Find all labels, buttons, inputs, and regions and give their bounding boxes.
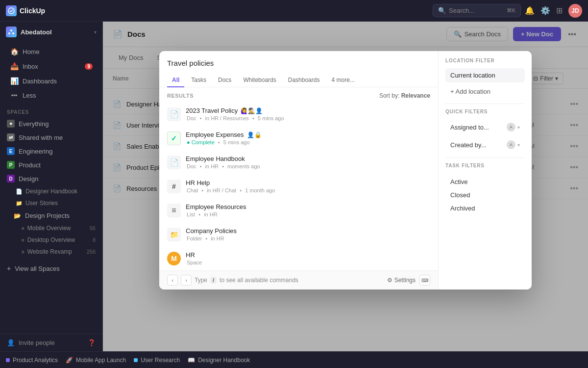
topbar: ClickUp 🔍 Search... ⌘K 🔔 ⚙️ ⊞ JD (0, 0, 588, 22)
filter-divider (445, 104, 525, 104)
filter-closed[interactable]: Closed (450, 188, 520, 202)
sidebar-item-less[interactable]: ••• Less (3, 88, 99, 103)
design-projects-icon: 📂 (14, 212, 21, 219)
bottom-item-user-research[interactable]: User Research (134, 357, 180, 364)
view-all-spaces[interactable]: + View all Spaces (0, 262, 102, 275)
modal-search-area (159, 51, 438, 68)
sidebar-item-product[interactable]: P Product (0, 158, 102, 172)
add-location-option[interactable]: + Add location (445, 84, 525, 99)
current-location-option[interactable]: Current location (445, 68, 525, 82)
result-item[interactable]: 📄 2023 Travel Policy 🙋‍♀️🕵️‍♂️👤 Doc • (159, 102, 438, 126)
result-doc-icon: 📄 (167, 107, 181, 121)
sidebar-item-everything[interactable]: ✦ Everything (0, 117, 102, 131)
filter-archived[interactable]: Archived (450, 202, 520, 215)
result-meta: Folder • in HR (186, 236, 430, 241)
bottom-item-mobile-launch[interactable]: 🚀 Mobile App Launch (66, 357, 126, 364)
engineering-dot: E (7, 147, 15, 155)
result-info: Employee Expenses 👤🔒 ● Complete • 5 mins… (186, 131, 430, 145)
modal-tab-whiteboards[interactable]: Whiteboards (238, 74, 281, 87)
svg-point-3 (12, 32, 14, 34)
list-icon-small: ≡ (22, 226, 24, 231)
modal-tab-docs[interactable]: Docs (213, 74, 236, 87)
workspace-icon (6, 26, 17, 37)
modal-tab-tasks[interactable]: Tasks (186, 74, 211, 87)
modal-tab-dashboards[interactable]: Dashboards (283, 74, 325, 87)
list-icon-small2: ≡ (22, 237, 24, 243)
sidebar-item-shared[interactable]: ⇌ Shared with me (0, 131, 102, 144)
result-title: Company Policies (186, 227, 430, 235)
modal-prev-button[interactable]: ‹ (167, 275, 178, 286)
keyboard-icon[interactable]: ⌨ (419, 275, 430, 286)
global-search[interactable]: 🔍 Search... ⌘K (433, 4, 521, 17)
modal-tab-all[interactable]: All (167, 74, 184, 87)
result-task-icon: ✓ (167, 131, 181, 145)
help-icon[interactable]: ❓ (88, 339, 96, 346)
design-dot: D (7, 175, 15, 183)
bell-icon[interactable]: 🔔 (525, 6, 535, 15)
result-meta: List • in HR (186, 211, 430, 217)
view-all-label: View all Spaces (15, 265, 60, 272)
modal-settings-button[interactable]: ⚙ Settings (387, 277, 416, 284)
assigned-to-filter[interactable]: Assigned to... A ▾ (445, 119, 525, 135)
modal-tab-more[interactable]: 4 more... (326, 74, 359, 87)
sidebar-item-dashboards[interactable]: 📊 Dashboards (3, 74, 99, 88)
filter-active[interactable]: Active (450, 175, 520, 188)
result-item[interactable]: M HR Space (159, 246, 438, 270)
sidebar-mobile-overview[interactable]: ≡ Mobile Overview 56 (0, 222, 102, 234)
modal-overlay[interactable]: All Tasks Docs Whiteboards Dashboards 4 … (103, 22, 588, 351)
sidebar-item-engineering[interactable]: E Engineering (0, 144, 102, 158)
home-icon: 🏠 (10, 48, 19, 55)
result-title: Employee Expenses 👤🔒 (186, 131, 430, 138)
sidebar-item-home[interactable]: 🏠 Home (3, 44, 99, 59)
location-filter-title: LOCATION FILTER (445, 58, 525, 63)
sidebar-item-inbox[interactable]: 📥 Inbox 9 (3, 59, 99, 74)
sidebar-sub-designer-handbook[interactable]: 📄 Designer Handbook (0, 185, 102, 197)
user-avatar[interactable]: JD (568, 4, 582, 18)
design-label: Design (19, 175, 38, 183)
status-badge: ● Complete (187, 139, 215, 145)
sidebar-home-label: Home (23, 48, 40, 55)
sidebar-nav: 🏠 Home 📥 Inbox 9 📊 Dashboards ••• Less (0, 42, 102, 105)
sidebar-desktop-overview[interactable]: ≡ Desktop Overview 8 (0, 234, 102, 246)
modal-results: 📄 2023 Travel Policy 🙋‍♀️🕵️‍♂️👤 Doc • (159, 102, 438, 270)
inbox-badge: 9 (85, 63, 93, 70)
result-item[interactable]: ≡ Employee Resources List • in HR (159, 198, 438, 222)
modal-top: All Tasks Docs Whiteboards Dashboards 4 … (159, 51, 532, 289)
sidebar-item-design[interactable]: D Design (0, 172, 102, 185)
sidebar-website-revamp[interactable]: ≡ Website Revamp 256 (0, 246, 102, 258)
sidebar-inbox-label: Inbox (23, 63, 38, 70)
grid-icon[interactable]: ⊞ (556, 6, 563, 15)
modal-bottom: ‹ › Type / to see all available commands… (159, 270, 438, 289)
bottom-item-product-analytics[interactable]: Product Analytics (6, 357, 58, 364)
sidebar-item-design-projects[interactable]: 📂 Design Projects (0, 209, 102, 222)
settings-icon[interactable]: ⚙️ (540, 6, 550, 15)
bottom-item-designer-handbook[interactable]: 📖 Designer Handbook (188, 357, 250, 364)
emoji-trail: 👤🔒 (247, 131, 262, 138)
plus-icon: + (7, 264, 11, 272)
book-icon: 📖 (188, 357, 195, 364)
result-doc-icon: 📄 (167, 156, 181, 169)
spaces-section-header: SPACES (0, 105, 102, 117)
result-item[interactable]: 📁 Company Policies Folder • in HR (159, 222, 438, 246)
doc-icon-small: 📄 (16, 188, 23, 195)
less-icon: ••• (10, 92, 19, 99)
bottom-dot-1 (6, 358, 10, 362)
result-item[interactable]: # HR Help Chat • in HR / Chat (159, 174, 438, 198)
everything-label: Everything (19, 120, 49, 128)
created-by-filter[interactable]: Created by... A ▾ (445, 137, 525, 153)
modal-search-input[interactable] (167, 59, 430, 67)
quick-filters-title: QUICK FILTERS (445, 109, 525, 114)
modal-next-button[interactable]: › (181, 275, 192, 286)
app-logo[interactable]: ClickUp (6, 5, 45, 16)
result-item[interactable]: 📄 Employee Handbook Doc • in HR (159, 150, 438, 174)
assigned-avatar: A (507, 123, 515, 131)
main-layout: Abedatool ▾ 🏠 Home 📥 Inbox 9 📊 Dashboard… (0, 22, 588, 351)
sidebar-sub-user-stories[interactable]: 📁 User Stories (0, 197, 102, 209)
svg-point-1 (10, 29, 12, 31)
workspace-chevron-icon: ▾ (94, 29, 97, 35)
workspace-header[interactable]: Abedatool ▾ (0, 22, 102, 42)
result-item[interactable]: ✓ Employee Expenses 👤🔒 ● Complete • (159, 126, 438, 150)
search-icon: 🔍 (438, 7, 446, 14)
invite-people[interactable]: 👤 Invite people ❓ (0, 334, 102, 351)
modal-results-header: RESULTS Sort by: Relevance (159, 87, 438, 102)
